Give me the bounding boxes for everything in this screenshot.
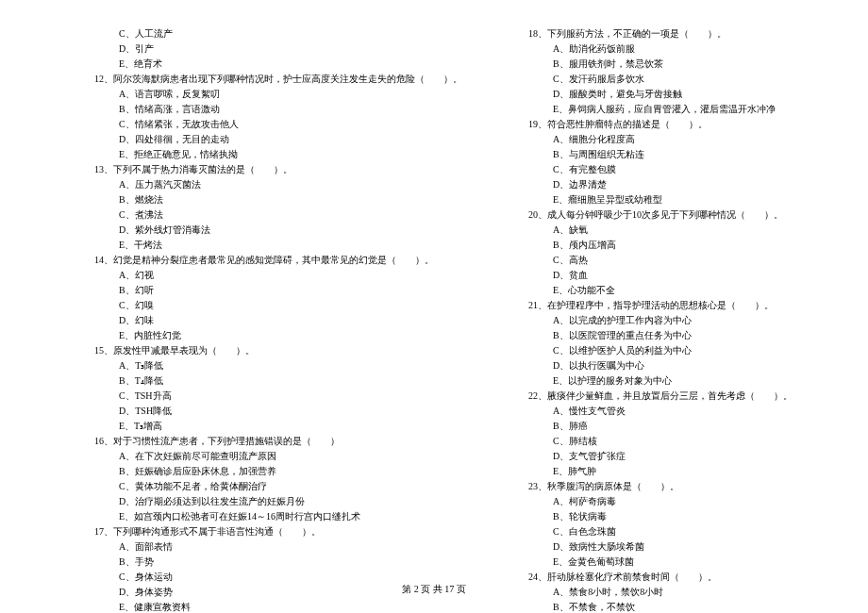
option-text: E、瘤细胞呈异型或幼稚型 (528, 192, 840, 207)
option-text: D、服酸类时，避免与牙齿接触 (528, 87, 840, 102)
option-text: E、如宫颈内口松弛者可在妊娠14～16周时行宫内口缝扎术 (94, 509, 462, 524)
option-text: B、服用铁剂时，禁忌饮茶 (528, 57, 840, 72)
option-text: E、心功能不全 (528, 283, 840, 298)
option-text: D、引产 (94, 41, 462, 57)
option-text: B、颅内压增高 (528, 238, 840, 253)
option-text: D、幻味 (94, 313, 462, 328)
option-text: C、幻嗅 (94, 298, 462, 313)
question-text: 16、对于习惯性流产患者，下列护理措施错误的是（ ） (94, 434, 462, 449)
option-text: B、不禁食，不禁饮 (528, 600, 840, 613)
option-text: A、T₃降低 (94, 358, 462, 373)
option-text: E、金黄色葡萄球菌 (528, 555, 840, 570)
option-text: C、肺结核 (528, 434, 840, 449)
right-column: 18、下列服药方法，不正确的一项是（ ）。A、助消化药饭前服B、服用铁剂时，禁忌… (491, 26, 868, 580)
option-text: D、支气管扩张症 (528, 449, 840, 464)
option-text: B、手势 (94, 555, 462, 570)
option-text: D、TSH降低 (94, 404, 462, 419)
option-text: E、内脏性幻觉 (94, 328, 462, 343)
option-text: B、情绪高涨，言语激动 (94, 102, 462, 117)
option-text: A、慢性支气管炎 (528, 404, 840, 419)
option-text: B、以医院管理的重点任务为中心 (528, 328, 840, 343)
option-text: E、肺气肿 (528, 464, 840, 479)
option-text: E、健康宣教资料 (94, 600, 462, 613)
option-text: E、T₃增高 (94, 419, 462, 434)
question-text: 13、下列不属于热力消毒灭菌法的是（ ）。 (94, 162, 462, 177)
option-text: A、面部表情 (94, 539, 462, 555)
option-text: D、紫外线灯管消毒法 (94, 223, 462, 238)
option-text: A、细胞分化程度高 (528, 132, 840, 147)
option-text: A、语言啰嗦，反复絮叨 (94, 87, 462, 102)
question-text: 22、腋痰伴少量鲜血，并且放置后分三层，首先考虑（ ）。 (528, 389, 840, 404)
option-text: D、四处徘徊，无目的走动 (94, 132, 462, 147)
option-text: B、幻听 (94, 283, 462, 298)
question-text: 20、成人每分钟呼吸少于10次多见于下列哪种情况（ ）。 (528, 207, 840, 223)
option-text: B、肺癌 (528, 419, 840, 434)
option-text: B、妊娠确诊后应卧床休息，加强营养 (94, 464, 462, 479)
question-text: 23、秋季腹泻的病原体是（ ）。 (528, 479, 840, 494)
question-text: 19、符合恶性肿瘤特点的描述是（ ）。 (528, 117, 840, 132)
question-text: 17、下列哪种沟通形式不属于非语言性沟通（ ）。 (94, 524, 462, 539)
option-text: C、TSH升高 (94, 389, 462, 404)
option-text: C、情绪紧张，无故攻击他人 (94, 117, 462, 132)
option-text: C、黄体功能不足者，给黄体酮治疗 (94, 479, 462, 494)
option-text: D、以执行医嘱为中心 (528, 358, 840, 373)
option-text: A、在下次妊娠前尽可能查明流产原因 (94, 449, 462, 464)
option-text: E、干烤法 (94, 238, 462, 253)
option-text: E、以护理的服务对象为中心 (528, 373, 840, 389)
option-text: C、煮沸法 (94, 207, 462, 223)
option-text: A、柯萨奇病毒 (528, 494, 840, 509)
left-column: C、人工流产D、引产E、绝育术12、阿尔茨海默病患者出现下列哪种情况时，护士应高… (0, 26, 491, 580)
question-text: 12、阿尔茨海默病患者出现下列哪种情况时，护士应高度关注发生走失的危险（ ）。 (94, 72, 462, 87)
option-text: D、边界清楚 (528, 177, 840, 192)
option-text: D、致病性大肠埃希菌 (528, 539, 840, 555)
option-text: C、白色念珠菌 (528, 524, 840, 539)
option-text: A、缺氧 (528, 223, 840, 238)
question-text: 14、幻觉是精神分裂症患者最常见的感知觉障碍，其中最常见的幻觉是（ ）。 (94, 253, 462, 268)
option-text: C、有完整包膜 (528, 162, 840, 177)
option-text: B、与周围组织无粘连 (528, 147, 840, 162)
option-text: B、燃烧法 (94, 192, 462, 207)
option-text: E、鼻饲病人服药，应自胃管灌入，灌后需温开水冲净 (528, 102, 840, 117)
question-text: 18、下列服药方法，不正确的一项是（ ）。 (528, 26, 840, 41)
question-text: 15、原发性甲减最早表现为（ ）。 (94, 343, 462, 358)
option-text: A、禁食8小时，禁饮8小时 (528, 585, 840, 600)
option-text: B、轮状病毒 (528, 509, 840, 524)
option-text: D、贫血 (528, 268, 840, 283)
question-text: 21、在护理程序中，指导护理活动的思想核心是（ ）。 (528, 298, 840, 313)
exam-page: C、人工流产D、引产E、绝育术12、阿尔茨海默病患者出现下列哪种情况时，护士应高… (0, 0, 868, 580)
option-text: C、高热 (528, 253, 840, 268)
option-text: A、以完成的护理工作内容为中心 (528, 313, 840, 328)
option-text: A、助消化药饭前服 (528, 41, 840, 57)
option-text: A、压力蒸汽灭菌法 (94, 177, 462, 192)
option-text: E、绝育术 (94, 57, 462, 72)
option-text: E、拒绝正确意见，情绪执拗 (94, 147, 462, 162)
option-text: C、发汗药服后多饮水 (528, 72, 840, 87)
option-text: C、人工流产 (94, 26, 462, 41)
option-text: B、T₄降低 (94, 373, 462, 389)
option-text: D、治疗期必须达到以往发生流产的妊娠月份 (94, 494, 462, 509)
option-text: C、以维护医护人员的利益为中心 (528, 343, 840, 358)
option-text: A、幻视 (94, 268, 462, 283)
question-text: 24、肝动脉栓塞化疗术前禁食时间（ ）。 (528, 570, 840, 585)
